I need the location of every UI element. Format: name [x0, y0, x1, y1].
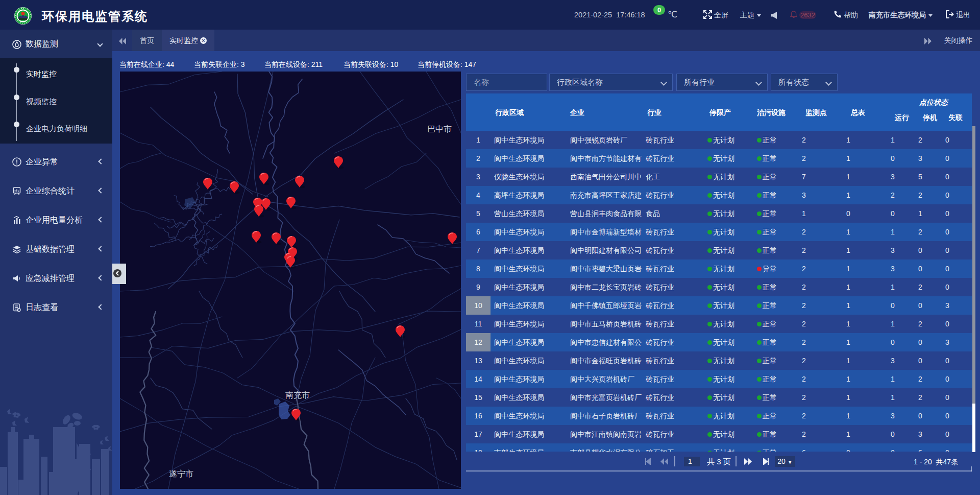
svg-text:巴中市: 巴中市: [427, 125, 452, 133]
svg-text:遂宁市: 遂宁市: [169, 469, 193, 478]
svg-text:南充市: 南充市: [285, 391, 310, 399]
